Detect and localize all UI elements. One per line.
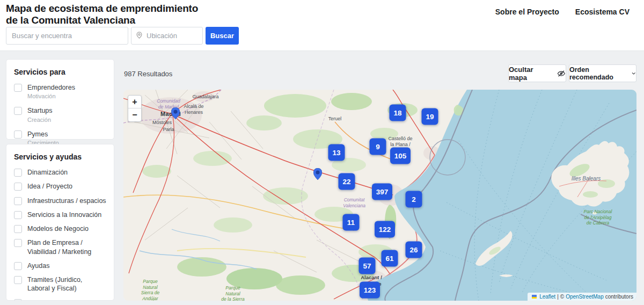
page-title: Mapa de ecosistema de emprendimiento de … <box>6 3 198 27</box>
top-nav: Sobre el Proyecto Ecosistema CV <box>495 8 630 16</box>
map-pin[interactable] <box>171 107 180 121</box>
filter-card-services-para: Servicios para Emprendedores Motivación … <box>6 59 114 140</box>
checkbox-label: Ayudas <box>27 262 49 270</box>
checkbox-sublabel: Motivación <box>27 93 75 99</box>
checkbox-label: Servicios a la Innovación <box>27 210 101 219</box>
checkbox[interactable] <box>14 299 22 301</box>
checkbox-label: Idea / Proyecto <box>27 182 72 191</box>
checkbox[interactable] <box>14 130 22 139</box>
checkbox[interactable] <box>14 211 22 219</box>
checkbox-label: Modelos de Negocio <box>27 224 89 233</box>
checkbox-label: Dinamización <box>27 168 68 177</box>
attribution-suffix: contributors <box>605 294 633 300</box>
checkbox[interactable] <box>14 276 22 284</box>
cluster-marker[interactable]: 22 <box>339 173 355 190</box>
checkbox[interactable] <box>14 225 22 233</box>
checkbox-sublabel: Creación <box>27 117 53 123</box>
checkbox-label: Tramites (Juridico, Laboral y Fiscal) <box>27 275 106 293</box>
cluster-marker[interactable]: 397 <box>372 184 392 200</box>
checkbox[interactable] <box>14 239 22 247</box>
checkbox[interactable] <box>14 183 22 191</box>
cluster-marker[interactable]: 26 <box>406 242 422 258</box>
checkbox[interactable] <box>14 169 22 177</box>
osm-link[interactable]: OpenStreetMap <box>566 294 604 300</box>
cluster-marker[interactable]: 11 <box>343 214 360 231</box>
hide-map-label: Ocultar mapa <box>509 66 552 82</box>
filter-item[interactable]: Financiación <box>14 299 106 301</box>
zoom-in-button[interactable]: + <box>128 96 141 108</box>
filter-emprendedores[interactable]: Emprendedores Motivación <box>14 83 106 99</box>
leaflet-flag-icon <box>532 295 537 299</box>
header: Mapa de ecosistema de emprendimiento de … <box>0 0 644 51</box>
checkbox[interactable] <box>14 197 22 205</box>
cluster-marker[interactable]: 13 <box>328 144 345 161</box>
attribution-separator: | <box>557 294 559 300</box>
checkbox-label: Plan de Empresa / Viabilidad / Marketing <box>27 238 106 256</box>
cluster-marker[interactable]: 9 <box>370 139 386 155</box>
checkbox[interactable] <box>14 84 22 92</box>
leaflet-link[interactable]: Leaflet <box>539 294 555 300</box>
cluster-marker[interactable]: 61 <box>382 250 398 267</box>
map-canvas[interactable]: + − GuadalajaraAlcalá de HenaresComunida… <box>123 90 636 301</box>
cluster-marker[interactable]: 122 <box>375 221 395 238</box>
filter-item[interactable]: Tramites (Juridico, Laboral y Fiscal) <box>14 275 106 293</box>
zoom-control: + − <box>128 95 142 122</box>
filter-item[interactable]: Servicios a la Innovación <box>14 210 106 219</box>
checkbox-label: Startups <box>27 106 53 115</box>
filter-startups[interactable]: Startups Creación <box>14 106 106 122</box>
checkbox[interactable] <box>14 107 22 115</box>
cluster-marker[interactable]: 105 <box>390 148 411 164</box>
checkbox[interactable] <box>14 262 22 270</box>
filter-item[interactable]: Plan de Empresa / Viabilidad / Marketing <box>14 238 106 256</box>
map-attribution: Leaflet | © OpenStreetMap contributors <box>528 293 636 301</box>
zoom-out-button[interactable]: − <box>128 108 141 121</box>
hide-map-button[interactable]: Ocultar mapa <box>508 64 566 82</box>
attribution-copyright: © <box>560 294 564 300</box>
filter-item[interactable]: Ayudas <box>14 262 106 270</box>
cluster-marker[interactable]: 2 <box>406 191 422 208</box>
eye-off-icon <box>557 69 566 78</box>
filter-card-title: Servicios para <box>14 68 106 76</box>
cluster-marker[interactable]: 123 <box>360 282 380 299</box>
checkbox-label: Pymes <box>27 130 59 139</box>
nav-ecosystem-link[interactable]: Ecosistema CV <box>575 8 630 16</box>
cluster-marker[interactable]: 19 <box>422 108 438 125</box>
filter-item[interactable]: Infraestructuras / espacios <box>14 197 106 205</box>
search-button[interactable]: Buscar <box>206 27 239 45</box>
chevron-down-icon <box>631 70 636 76</box>
filter-list: DinamizaciónIdea / ProyectoInfraestructu… <box>14 168 106 301</box>
checkbox-label: Infraestructuras / espacios <box>27 197 106 205</box>
map-pin[interactable] <box>313 168 322 182</box>
order-select-value: Orden recomendado <box>569 66 626 81</box>
cluster-marker[interactable]: 18 <box>390 105 406 121</box>
checkbox-label: Emprendedores <box>27 83 75 92</box>
filter-card-title: Servicios y ayudas <box>14 152 106 161</box>
search-bar: Buscar <box>6 27 239 45</box>
cluster-marker[interactable]: 57 <box>359 258 376 274</box>
filter-item[interactable]: Modelos de Negocio <box>14 224 106 233</box>
filter-item[interactable]: Dinamización <box>14 168 106 177</box>
search-input[interactable] <box>6 27 128 45</box>
filter-item[interactable]: Idea / Proyecto <box>14 182 106 191</box>
nav-about-link[interactable]: Sobre el Proyecto <box>495 8 559 16</box>
filter-card-services-ayudas: Servicios y ayudas DinamizaciónIdea / Pr… <box>6 144 114 301</box>
location-pin-icon <box>135 31 143 39</box>
checkbox-label: Financiación <box>27 299 65 301</box>
order-select[interactable]: Orden recomendado <box>569 64 636 82</box>
results-count: 987 Resultados <box>124 70 172 78</box>
